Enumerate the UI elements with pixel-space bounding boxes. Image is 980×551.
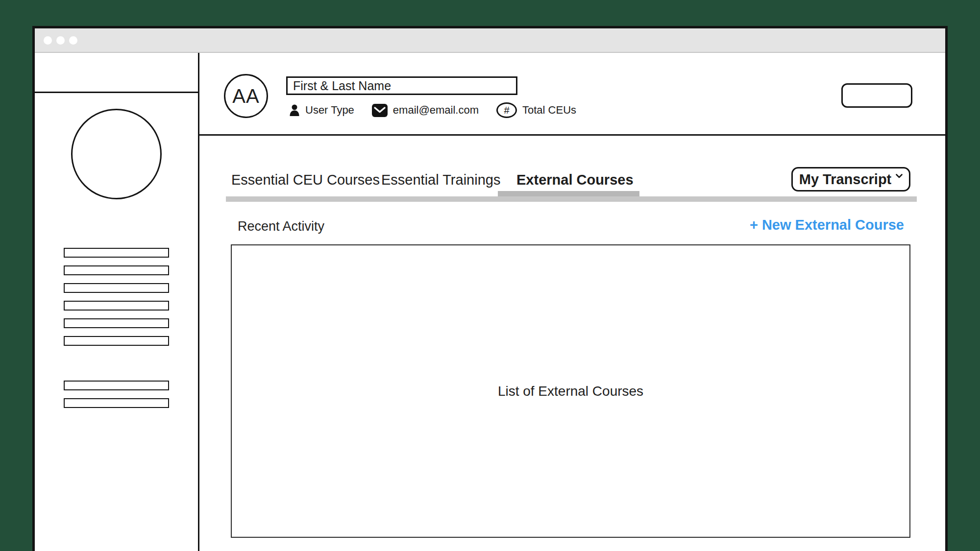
external-courses-list-panel: List of External Courses [231,244,910,538]
tab-divider-bar [226,196,917,202]
sidebar-nav-item-placeholder[interactable] [64,248,169,258]
window-body: AA User Type [35,53,945,551]
avatar-initials: AA [232,85,259,107]
recent-activity-label: Recent Activity [238,219,324,234]
profile-meta-row: User Type email@email.com # [289,102,576,119]
sidebar-nav-item-placeholder[interactable] [64,318,169,328]
external-courses-list-placeholder: List of External Courses [498,383,643,399]
sidebar-nav-item-placeholder[interactable] [64,301,169,311]
sidebar-nav-group-primary [64,248,198,346]
hash-glyph: # [504,105,509,116]
total-ceus-item: # Total CEUs [496,102,576,118]
browser-window: AA User Type [32,26,948,551]
sidebar-nav-item-placeholder[interactable] [64,265,169,275]
main-area: AA User Type [199,53,945,551]
name-input[interactable] [286,76,517,95]
header-action-button[interactable] [841,83,912,108]
sidebar [35,53,199,551]
active-tab-indicator [498,191,639,196]
new-external-course-link[interactable]: + New External Course [750,217,904,233]
sidebar-nav-item-placeholder[interactable] [64,398,169,408]
email-label: email@email.com [393,104,479,117]
sidebar-nav-item-placeholder[interactable] [64,336,169,346]
content-area: Essential CEU Courses Essential Training… [199,136,945,551]
hash-icon: # [496,102,517,118]
sidebar-header-placeholder [35,53,198,93]
my-transcript-button[interactable]: My Transcript [791,167,910,192]
desktop-background: AA User Type [0,0,980,551]
sidebar-nav-group-secondary [64,381,198,408]
total-ceus-label: Total CEUs [522,104,576,117]
close-window-icon[interactable] [44,36,52,45]
user-type-label: User Type [305,104,354,117]
envelope-icon [372,104,388,117]
window-titlebar [35,28,945,53]
sidebar-nav-item-placeholder[interactable] [64,381,169,390]
sidebar-nav-item-placeholder[interactable] [64,283,169,293]
avatar: AA [224,74,268,118]
user-type-item: User Type [289,104,354,117]
tab-external-courses[interactable]: External Courses [516,172,634,188]
tab-essential-trainings[interactable]: Essential Trainings [381,172,500,188]
profile-header: AA User Type [199,53,945,136]
chevron-down-icon [896,174,903,178]
sidebar-avatar-placeholder [71,109,162,199]
email-item: email@email.com [372,104,479,117]
minimize-window-icon[interactable] [56,36,65,45]
person-icon [289,104,300,116]
tab-essential-ceu-courses[interactable]: Essential CEU Courses [231,172,380,188]
maximize-window-icon[interactable] [69,36,77,45]
my-transcript-label: My Transcript [799,171,892,188]
